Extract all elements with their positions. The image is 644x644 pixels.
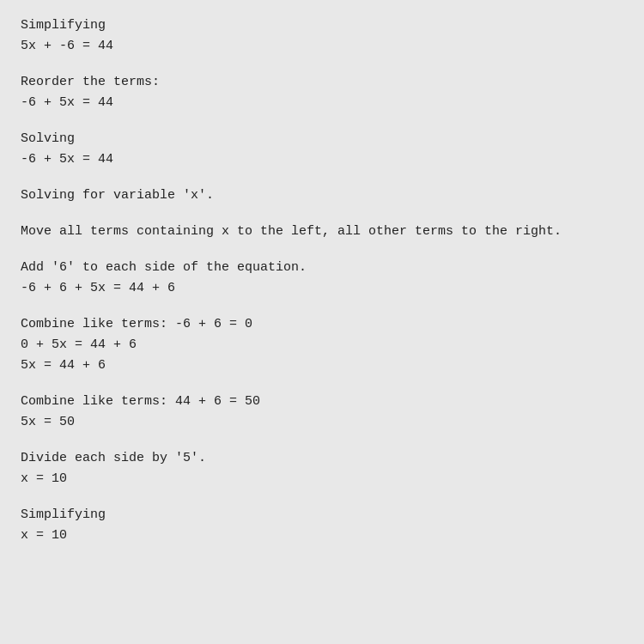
combine-1: Combine like terms: -6 + 6 = 00 + 5x = 4…: [21, 314, 623, 376]
simplifying-footer: Simplifyingx = 10: [21, 505, 623, 546]
add-6: Add '6' to each side of the equation.-6 …: [21, 258, 623, 299]
text-line: 0 + 5x = 44 + 6: [21, 335, 623, 355]
text-line: -6 + 5x = 44: [21, 93, 623, 113]
text-line: -6 + 5x = 44: [21, 149, 623, 170]
main-content: Simplifying5x + -6 = 44Reorder the terms…: [0, 0, 644, 577]
text-line: Combine like terms: -6 + 6 = 0: [21, 314, 623, 335]
text-line: Divide each side by '5'.: [21, 448, 623, 469]
text-line: 5x = 44 + 6: [21, 355, 623, 376]
simplifying-header: Simplifying5x + -6 = 44: [21, 15, 623, 57]
text-line: Simplifying: [21, 15, 623, 36]
solving-variable: Solving for variable 'x'.: [21, 185, 623, 206]
solving-header: Solving-6 + 5x = 44: [21, 129, 623, 170]
reorder-terms: Reorder the terms:-6 + 5x = 44: [21, 72, 623, 113]
combine-2: Combine like terms: 44 + 6 = 505x = 50: [21, 392, 623, 433]
text-line: Combine like terms: 44 + 6 = 50: [21, 392, 623, 412]
move-terms: Move all terms containing x to the left,…: [21, 222, 623, 242]
text-line: Add '6' to each side of the equation.: [21, 258, 623, 278]
text-line: Reorder the terms:: [21, 72, 623, 93]
text-line: x = 10: [21, 469, 623, 489]
text-line: Solving: [21, 129, 623, 149]
text-line: -6 + 6 + 5x = 44 + 6: [21, 278, 623, 299]
text-line: Solving for variable 'x'.: [21, 185, 623, 206]
text-line: Move all terms containing x to the left,…: [21, 222, 623, 242]
divide: Divide each side by '5'.x = 10: [21, 448, 623, 489]
text-line: Simplifying: [21, 505, 623, 526]
text-line: 5x = 50: [21, 412, 623, 433]
text-line: 5x + -6 = 44: [21, 36, 623, 57]
text-line: x = 10: [21, 526, 623, 546]
